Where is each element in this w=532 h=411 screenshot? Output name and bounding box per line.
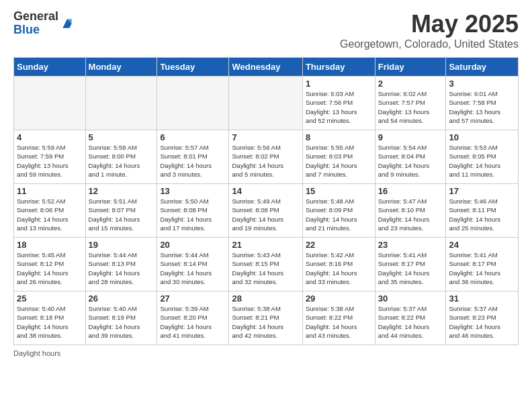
calendar-cell: 29Sunrise: 5:38 AM Sunset: 8:22 PM Dayli… <box>302 291 375 345</box>
day-info: Sunrise: 5:42 AM Sunset: 8:16 PM Dayligh… <box>306 250 372 286</box>
day-number: 12 <box>89 186 154 196</box>
calendar-week-0: 1Sunrise: 6:03 AM Sunset: 7:56 PM Daylig… <box>14 77 519 130</box>
day-info: Sunrise: 6:02 AM Sunset: 7:57 PM Dayligh… <box>378 89 443 125</box>
calendar-cell: 21Sunrise: 5:43 AM Sunset: 8:15 PM Dayli… <box>229 238 302 291</box>
day-number: 24 <box>449 240 515 250</box>
day-info: Sunrise: 5:57 AM Sunset: 8:01 PM Dayligh… <box>160 143 226 179</box>
day-number: 22 <box>306 240 372 250</box>
calendar-cell <box>14 77 86 130</box>
day-number: 11 <box>17 186 83 196</box>
day-number: 25 <box>17 293 83 304</box>
logo: General Blue <box>13 10 74 37</box>
calendar-cell: 25Sunrise: 5:40 AM Sunset: 8:18 PM Dayli… <box>14 291 86 345</box>
title-area: May 2025 Georgetown, Colorado, United St… <box>340 10 519 50</box>
calendar-cell: 20Sunrise: 5:44 AM Sunset: 8:14 PM Dayli… <box>157 238 229 291</box>
calendar-header-tuesday: Tuesday <box>157 58 229 77</box>
calendar-header-sunday: Sunday <box>14 58 86 77</box>
day-number: 30 <box>378 293 443 304</box>
day-info: Sunrise: 5:44 AM Sunset: 8:14 PM Dayligh… <box>160 250 226 286</box>
calendar-cell: 27Sunrise: 5:39 AM Sunset: 8:20 PM Dayli… <box>157 291 229 345</box>
logo-icon <box>60 17 74 30</box>
calendar-cell <box>229 77 302 130</box>
calendar-cell: 7Sunrise: 5:56 AM Sunset: 8:02 PM Daylig… <box>229 130 302 184</box>
day-info: Sunrise: 5:46 AM Sunset: 8:11 PM Dayligh… <box>449 197 515 232</box>
calendar-header-monday: Monday <box>85 58 157 77</box>
header: General Blue May 2025 Georgetown, Colora… <box>13 10 519 50</box>
calendar-cell: 17Sunrise: 5:46 AM Sunset: 8:11 PM Dayli… <box>446 184 519 238</box>
footer: Daylight hours <box>13 349 519 357</box>
day-info: Sunrise: 5:58 AM Sunset: 8:00 PM Dayligh… <box>89 143 154 179</box>
day-number: 21 <box>232 240 299 250</box>
calendar-cell: 3Sunrise: 6:01 AM Sunset: 7:58 PM Daylig… <box>446 77 519 130</box>
calendar-header-saturday: Saturday <box>446 58 519 77</box>
page: General Blue May 2025 Georgetown, Colora… <box>0 0 532 411</box>
calendar-cell <box>157 77 229 130</box>
calendar-cell: 19Sunrise: 5:44 AM Sunset: 8:13 PM Dayli… <box>85 238 157 291</box>
day-info: Sunrise: 5:54 AM Sunset: 8:04 PM Dayligh… <box>378 143 443 179</box>
calendar-header-wednesday: Wednesday <box>229 58 302 77</box>
day-number: 3 <box>449 79 515 89</box>
calendar-cell: 23Sunrise: 5:41 AM Sunset: 8:17 PM Dayli… <box>375 238 446 291</box>
day-info: Sunrise: 6:01 AM Sunset: 7:58 PM Dayligh… <box>449 89 515 125</box>
calendar-week-2: 11Sunrise: 5:52 AM Sunset: 8:06 PM Dayli… <box>14 184 519 238</box>
day-info: Sunrise: 5:40 AM Sunset: 8:18 PM Dayligh… <box>17 304 83 340</box>
calendar-cell: 24Sunrise: 5:41 AM Sunset: 8:17 PM Dayli… <box>446 238 519 291</box>
day-number: 23 <box>378 240 443 250</box>
calendar-cell: 9Sunrise: 5:54 AM Sunset: 8:04 PM Daylig… <box>375 130 446 184</box>
calendar-cell: 28Sunrise: 5:38 AM Sunset: 8:21 PM Dayli… <box>229 291 302 345</box>
day-number: 16 <box>378 186 443 196</box>
calendar-cell: 16Sunrise: 5:47 AM Sunset: 8:10 PM Dayli… <box>375 184 446 238</box>
day-info: Sunrise: 5:48 AM Sunset: 8:09 PM Dayligh… <box>306 197 372 232</box>
logo-general: General <box>13 10 58 24</box>
subtitle: Georgetown, Colorado, United States <box>340 38 519 50</box>
day-number: 4 <box>17 132 83 142</box>
day-number: 1 <box>306 79 372 89</box>
main-title: May 2025 <box>340 10 519 38</box>
calendar-week-4: 25Sunrise: 5:40 AM Sunset: 8:18 PM Dayli… <box>14 291 519 345</box>
day-info: Sunrise: 5:51 AM Sunset: 8:07 PM Dayligh… <box>89 197 154 232</box>
day-number: 7 <box>232 132 299 142</box>
day-info: Sunrise: 5:43 AM Sunset: 8:15 PM Dayligh… <box>232 250 299 286</box>
calendar-cell: 2Sunrise: 6:02 AM Sunset: 7:57 PM Daylig… <box>375 77 446 130</box>
day-number: 13 <box>160 186 226 196</box>
daylight-hours-label: Daylight hours <box>13 349 60 357</box>
calendar-cell <box>85 77 157 130</box>
day-number: 9 <box>378 132 443 142</box>
calendar-cell: 10Sunrise: 5:53 AM Sunset: 8:05 PM Dayli… <box>446 130 519 184</box>
day-number: 14 <box>232 186 299 196</box>
day-number: 31 <box>449 293 515 304</box>
calendar-cell: 1Sunrise: 6:03 AM Sunset: 7:56 PM Daylig… <box>302 77 375 130</box>
day-info: Sunrise: 5:41 AM Sunset: 8:17 PM Dayligh… <box>449 250 515 286</box>
day-number: 2 <box>378 79 443 89</box>
day-number: 19 <box>89 240 154 250</box>
day-info: Sunrise: 5:59 AM Sunset: 7:59 PM Dayligh… <box>17 143 83 179</box>
day-number: 20 <box>160 240 226 250</box>
calendar-week-1: 4Sunrise: 5:59 AM Sunset: 7:59 PM Daylig… <box>14 130 519 184</box>
day-number: 18 <box>17 240 83 250</box>
day-info: Sunrise: 5:53 AM Sunset: 8:05 PM Dayligh… <box>449 143 515 179</box>
day-info: Sunrise: 5:47 AM Sunset: 8:10 PM Dayligh… <box>378 197 443 232</box>
day-info: Sunrise: 5:39 AM Sunset: 8:20 PM Dayligh… <box>160 304 226 340</box>
day-info: Sunrise: 5:52 AM Sunset: 8:06 PM Dayligh… <box>17 197 83 232</box>
calendar-cell: 13Sunrise: 5:50 AM Sunset: 8:08 PM Dayli… <box>157 184 229 238</box>
day-number: 29 <box>306 293 372 304</box>
day-info: Sunrise: 5:49 AM Sunset: 8:08 PM Dayligh… <box>232 197 299 232</box>
day-info: Sunrise: 5:37 AM Sunset: 8:23 PM Dayligh… <box>449 304 515 340</box>
calendar-cell: 15Sunrise: 5:48 AM Sunset: 8:09 PM Dayli… <box>302 184 375 238</box>
day-info: Sunrise: 5:55 AM Sunset: 8:03 PM Dayligh… <box>306 143 372 179</box>
calendar-cell: 18Sunrise: 5:45 AM Sunset: 8:12 PM Dayli… <box>14 238 86 291</box>
day-number: 5 <box>89 132 154 142</box>
calendar-cell: 12Sunrise: 5:51 AM Sunset: 8:07 PM Dayli… <box>85 184 157 238</box>
calendar-cell: 11Sunrise: 5:52 AM Sunset: 8:06 PM Dayli… <box>14 184 86 238</box>
day-info: Sunrise: 5:44 AM Sunset: 8:13 PM Dayligh… <box>89 250 154 286</box>
day-number: 15 <box>306 186 372 196</box>
calendar-cell: 6Sunrise: 5:57 AM Sunset: 8:01 PM Daylig… <box>157 130 229 184</box>
day-info: Sunrise: 5:40 AM Sunset: 8:19 PM Dayligh… <box>89 304 154 340</box>
day-info: Sunrise: 5:38 AM Sunset: 8:21 PM Dayligh… <box>232 304 299 340</box>
day-info: Sunrise: 5:56 AM Sunset: 8:02 PM Dayligh… <box>232 143 299 179</box>
calendar-header-row: SundayMondayTuesdayWednesdayThursdayFrid… <box>14 58 519 77</box>
day-info: Sunrise: 5:41 AM Sunset: 8:17 PM Dayligh… <box>378 250 443 286</box>
calendar-cell: 4Sunrise: 5:59 AM Sunset: 7:59 PM Daylig… <box>14 130 86 184</box>
calendar-table: SundayMondayTuesdayWednesdayThursdayFrid… <box>13 57 519 345</box>
calendar-header-thursday: Thursday <box>302 58 375 77</box>
